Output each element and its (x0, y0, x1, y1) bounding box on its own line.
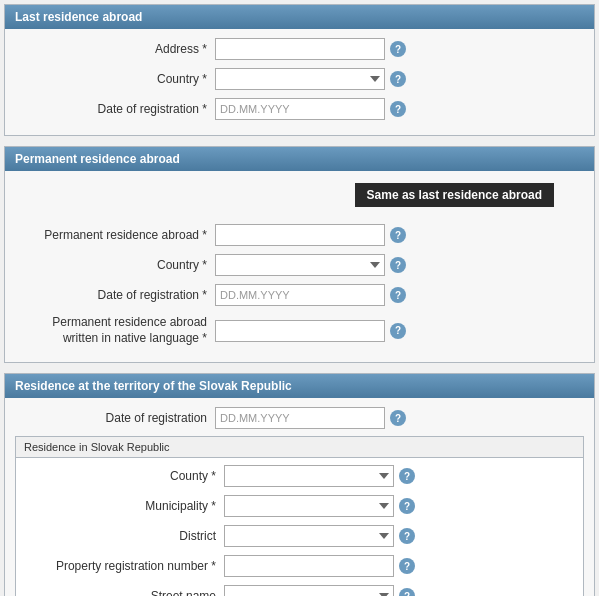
county-select[interactable] (224, 465, 394, 487)
inner-slovak-section: Residence in Slovak Republic County * ? … (15, 436, 584, 596)
country-label: Country * (15, 72, 215, 86)
address-input[interactable] (215, 38, 385, 60)
slovak-territory-section: Residence at the territory of the Slovak… (4, 373, 595, 596)
country-help-icon[interactable]: ? (390, 71, 406, 87)
page-wrapper: Last residence abroad Address * ? Countr… (0, 0, 599, 596)
district-help-icon[interactable]: ? (399, 528, 415, 544)
inner-slovak-body: County * ? Municipality * ? District (16, 458, 583, 596)
property-reg-input[interactable] (224, 555, 394, 577)
country-row: Country * ? (15, 67, 584, 91)
municipality-help-icon[interactable]: ? (399, 498, 415, 514)
sk-date-row: Date of registration ? (15, 406, 584, 430)
address-row: Address * ? (15, 37, 584, 61)
perm-country-help-icon[interactable]: ? (390, 257, 406, 273)
municipality-label: Municipality * (24, 499, 224, 513)
county-row: County * ? (24, 464, 575, 488)
sk-date-help-icon[interactable]: ? (390, 410, 406, 426)
native-lang-help-icon[interactable]: ? (390, 323, 406, 339)
property-reg-help-icon[interactable]: ? (399, 558, 415, 574)
address-label: Address * (15, 42, 215, 56)
street-name-help-icon[interactable]: ? (399, 588, 415, 596)
perm-date-label: Date of registration * (15, 288, 215, 302)
street-name-row: Street name ? (24, 584, 575, 596)
inner-slovak-header: Residence in Slovak Republic (16, 437, 583, 458)
district-row: District ? (24, 524, 575, 548)
sk-date-label: Date of registration (15, 411, 215, 425)
permanent-residence-header: Permanent residence abroad (5, 147, 594, 171)
permanent-residence-section: Permanent residence abroad Same as last … (4, 146, 595, 363)
county-label: County * (24, 469, 224, 483)
country-select[interactable] (215, 68, 385, 90)
slovak-territory-body: Date of registration ? Residence in Slov… (5, 398, 594, 596)
perm-country-label: Country * (15, 258, 215, 272)
perm-address-input[interactable] (215, 224, 385, 246)
last-date-label: Date of registration * (15, 102, 215, 116)
last-residence-header: Last residence abroad (5, 5, 594, 29)
street-name-select[interactable] (224, 585, 394, 596)
last-date-help-icon[interactable]: ? (390, 101, 406, 117)
property-reg-label: Property registration number * (24, 559, 224, 573)
municipality-row: Municipality * ? (24, 494, 575, 518)
perm-country-row: Country * ? (15, 253, 584, 277)
perm-address-help-icon[interactable]: ? (390, 227, 406, 243)
perm-date-help-icon[interactable]: ? (390, 287, 406, 303)
native-lang-label: Permanent residence abroad written in na… (15, 313, 215, 348)
property-reg-row: Property registration number * ? (24, 554, 575, 578)
last-residence-body: Address * ? Country * ? Date of registra… (5, 29, 594, 135)
district-select[interactable] (224, 525, 394, 547)
perm-address-label: Permanent residence abroad * (15, 228, 215, 242)
last-date-input[interactable] (215, 98, 385, 120)
perm-date-row: Date of registration * ? (15, 283, 584, 307)
same-as-button[interactable]: Same as last residence abroad (355, 183, 554, 207)
county-help-icon[interactable]: ? (399, 468, 415, 484)
municipality-select[interactable] (224, 495, 394, 517)
perm-address-row: Permanent residence abroad * ? (15, 223, 584, 247)
native-lang-row: Permanent residence abroad written in na… (15, 313, 584, 348)
native-lang-input[interactable] (215, 320, 385, 342)
address-help-icon[interactable]: ? (390, 41, 406, 57)
district-label: District (24, 529, 224, 543)
slovak-territory-header: Residence at the territory of the Slovak… (5, 374, 594, 398)
sk-date-input[interactable] (215, 407, 385, 429)
perm-country-select[interactable] (215, 254, 385, 276)
permanent-residence-body: Same as last residence abroad Permanent … (5, 171, 594, 362)
last-residence-section: Last residence abroad Address * ? Countr… (4, 4, 595, 136)
street-name-label: Street name (24, 589, 224, 596)
perm-date-input[interactable] (215, 284, 385, 306)
last-date-row: Date of registration * ? (15, 97, 584, 121)
